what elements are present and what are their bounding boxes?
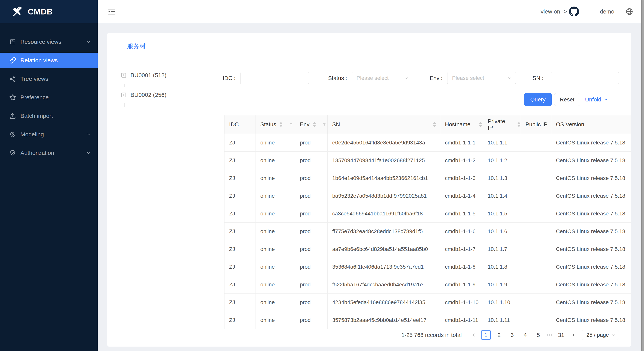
page-4[interactable]: 4 — [520, 330, 530, 340]
sidebar-item-label: Modeling — [20, 131, 86, 138]
brand-logo[interactable]: CMDB — [0, 0, 98, 23]
cell-hostname: cmdb1-1-1-5 — [440, 205, 483, 223]
filter-funnel-icon[interactable] — [316, 122, 327, 127]
column-label: Public IP — [526, 121, 548, 128]
tab-service-tree[interactable]: 服务树 — [127, 42, 146, 51]
cell-env: prod — [295, 258, 328, 276]
cell-idc: ZJ — [224, 187, 256, 205]
browser-scrollbar[interactable] — [641, 0, 644, 351]
user-menu[interactable]: demo — [600, 8, 614, 15]
upload-icon — [9, 112, 16, 119]
cell-sn: f522f5ba167f4dccbaaed0b4ecd19a1e — [328, 276, 440, 293]
cell-public_ip — [521, 205, 551, 223]
unfold-label: Unfold — [585, 96, 601, 103]
table-row: ZJonlineprodff775e7d32ea48c28eddc138c789… — [224, 223, 631, 240]
cell-status: online — [256, 293, 295, 311]
cell-public_ip — [521, 134, 551, 152]
sidebar-item-label: Tree views — [20, 76, 91, 82]
column-label: IDC — [229, 121, 239, 128]
column-header-env[interactable]: Env — [295, 115, 328, 134]
cell-os_version: CentOS Linux release 7.5.18 — [551, 311, 631, 329]
cell-public_ip — [521, 223, 551, 240]
menu-fold-icon[interactable] — [107, 7, 116, 16]
sidebar-item-tree-views[interactable]: Tree views — [0, 71, 98, 87]
sidebar-item-authorization[interactable]: Authorization — [0, 145, 98, 161]
reset-button[interactable]: Reset — [554, 93, 580, 106]
cell-sn: 135709447098441fa1e002688f271125 — [328, 152, 440, 169]
cell-sn: 4234b45efeda416e8886e97844142f35 — [328, 293, 440, 311]
column-label: Private IP — [488, 118, 509, 131]
cell-idc: ZJ — [224, 240, 256, 258]
github-icon[interactable] — [569, 7, 579, 17]
cell-status: online — [256, 169, 295, 187]
page-31[interactable]: 31 — [556, 330, 566, 340]
sidebar-item-label: Relation views — [20, 57, 91, 64]
chevron-down-icon — [86, 132, 91, 137]
cell-status: online — [256, 311, 295, 329]
scrollbar-thumb[interactable] — [641, 0, 644, 351]
column-header-status[interactable]: Status — [256, 115, 295, 134]
page-2[interactable]: 2 — [494, 330, 504, 340]
column-header-hostname[interactable]: Hostname — [440, 115, 483, 134]
next-page-icon[interactable] — [570, 332, 576, 338]
page-5[interactable]: 5 — [534, 330, 543, 340]
table-row: ZJonlineprod135709447098441fa1e002688f27… — [224, 152, 631, 169]
cell-os_version: CentOS Linux release 7.5.18 — [551, 240, 631, 258]
cell-env: prod — [295, 223, 328, 240]
sidebar-item-modeling[interactable]: Modeling — [0, 127, 98, 142]
filter-row: IDC : Status : Please select Env : Pleas… — [107, 72, 631, 84]
cell-idc: ZJ — [224, 223, 256, 240]
cell-public_ip — [521, 187, 551, 205]
cell-private_ip: 10.1.1.4 — [483, 187, 521, 205]
cell-hostname: cmdb1-1-1-3 — [440, 169, 483, 187]
column-label: Env — [300, 121, 310, 128]
sidebar-item-batch-import[interactable]: Batch import — [0, 108, 98, 124]
main-content: 服务树 BU0001 (512)BU0002 (256) IDC : Statu… — [98, 23, 644, 351]
cell-status: online — [256, 205, 295, 223]
column-header-sn[interactable]: SN — [328, 115, 440, 134]
column-header-os-version: OS Version — [551, 115, 631, 134]
language-globe-icon[interactable] — [626, 8, 633, 16]
content-card: 服务树 BU0001 (512)BU0002 (256) IDC : Statu… — [107, 33, 631, 346]
page-3[interactable]: 3 — [508, 330, 517, 340]
column-header-public-ip: Public IP — [521, 115, 551, 134]
cell-idc: ZJ — [224, 293, 256, 311]
sorter-icon[interactable] — [479, 122, 482, 127]
filter-funnel-icon[interactable] — [283, 122, 294, 127]
cell-sn: ff775e7d32ea48c28eddc138c789d1f5 — [328, 223, 440, 240]
gear-icon — [9, 131, 16, 138]
page-size-value: 25 / page — [586, 332, 612, 338]
query-button[interactable]: Query — [524, 93, 552, 106]
sorter-icon[interactable] — [279, 122, 283, 127]
cell-private_ip: 10.1.1.3 — [483, 169, 521, 187]
cell-private_ip: 10.1.1.11 — [483, 311, 521, 329]
sorter-icon[interactable] — [312, 122, 316, 127]
page-1-active[interactable]: 1 — [481, 330, 491, 340]
page-ellipsis[interactable]: ••• — [547, 332, 553, 337]
sorter-icon[interactable] — [517, 122, 521, 127]
sidebar-item-resource-views[interactable]: Resource views — [0, 34, 98, 50]
cell-env: prod — [295, 276, 328, 293]
column-label: OS Version — [556, 121, 584, 128]
cell-env: prod — [295, 187, 328, 205]
view-on-github-link[interactable]: view on -> — [540, 8, 567, 15]
page-size-select[interactable]: 25 / page — [582, 330, 619, 340]
cell-public_ip — [521, 152, 551, 169]
idc-filter-input[interactable] — [240, 72, 309, 84]
cell-status: online — [256, 152, 295, 169]
sidebar-item-label: Authorization — [20, 150, 86, 156]
sidebar-item-label: Preference — [20, 94, 91, 101]
column-header-private-ip[interactable]: Private IP — [483, 115, 521, 134]
sorter-icon[interactable] — [433, 122, 436, 127]
prev-page-icon[interactable] — [471, 332, 477, 338]
cell-status: online — [256, 187, 295, 205]
sidebar-item-relation-views[interactable]: Relation views — [0, 53, 98, 68]
sn-filter-input[interactable] — [551, 72, 619, 84]
cell-idc: ZJ — [224, 152, 256, 169]
cell-os_version: CentOS Linux release 7.5.18 — [551, 205, 631, 223]
unfold-link[interactable]: Unfold — [585, 93, 608, 106]
sidebar-item-preference[interactable]: Preference — [0, 90, 98, 105]
cell-private_ip: 10.1.1.2 — [483, 152, 521, 169]
cell-hostname: cmdb1-1-1-1 — [440, 134, 483, 152]
status-filter-placeholder: Please select — [356, 75, 404, 81]
